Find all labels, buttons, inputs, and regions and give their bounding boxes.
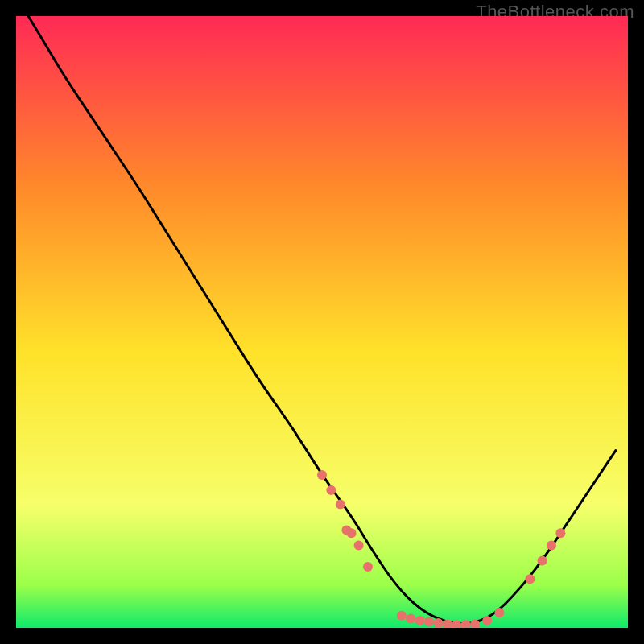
gradient-background — [16, 16, 628, 628]
curve-marker — [406, 614, 415, 624]
curve-marker — [363, 562, 373, 572]
plot-area — [16, 16, 628, 628]
curve-marker — [433, 618, 443, 628]
curve-marker — [555, 528, 565, 538]
curve-marker — [336, 500, 345, 510]
curve-marker — [354, 540, 364, 550]
curve-marker — [538, 555, 547, 565]
curve-marker — [317, 470, 327, 480]
curve-marker — [326, 485, 336, 495]
curve-marker — [525, 574, 535, 584]
curve-marker — [494, 608, 504, 617]
curve-marker — [415, 616, 425, 625]
bottleneck-chart — [16, 16, 628, 628]
chart-stage: TheBottleneck.com — [0, 0, 644, 644]
curve-marker — [424, 617, 434, 626]
curve-marker — [347, 528, 357, 538]
curve-marker — [397, 611, 407, 621]
curve-marker — [547, 540, 556, 550]
curve-marker — [482, 616, 492, 625]
